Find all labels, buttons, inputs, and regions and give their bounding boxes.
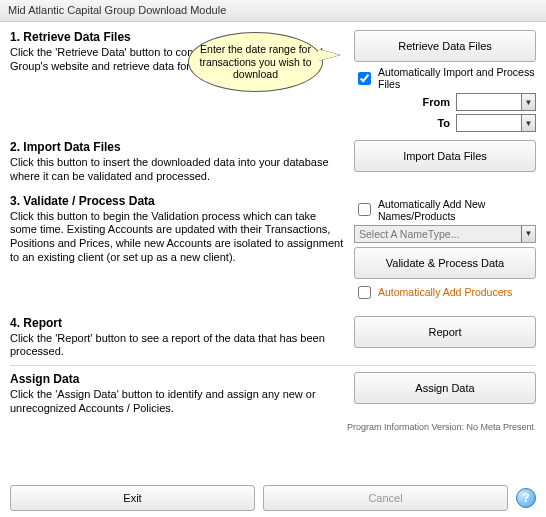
from-label: From [420, 96, 450, 108]
auto-import-checkbox[interactable] [358, 72, 371, 85]
separator [10, 365, 536, 366]
chevron-down-icon[interactable]: ▼ [521, 226, 535, 242]
to-date-input[interactable]: ▼ [456, 114, 536, 132]
nametype-placeholder: Select A NameType... [359, 228, 459, 240]
retrieve-button[interactable]: Retrieve Data Files [354, 30, 536, 62]
footer: Exit Cancel ? [10, 485, 536, 511]
section-report: 4. Report Click the 'Report' button to s… [10, 316, 536, 360]
to-label: To [420, 117, 450, 129]
assign-button[interactable]: Assign Data [354, 372, 536, 404]
date-range-callout: Enter the date range for transactions yo… [188, 32, 323, 92]
chevron-down-icon[interactable]: ▼ [521, 94, 535, 110]
section-import: 2. Import Data Files Click this button t… [10, 140, 536, 184]
section-retrieve: 1. Retrieve Data Files Click the 'Retrie… [10, 30, 536, 132]
cancel-button: Cancel [263, 485, 508, 511]
section-validate: 3. Validate / Process Data Click this bu… [10, 194, 536, 302]
section-assign: Assign Data Click the 'Assign Data' butt… [10, 372, 536, 416]
nametype-select[interactable]: Select A NameType... ▼ [354, 225, 536, 243]
auto-add-names-label: Automatically Add New Names/Products [378, 198, 536, 222]
validate-button[interactable]: Validate & Process Data [354, 247, 536, 279]
import-heading: 2. Import Data Files [10, 140, 344, 154]
report-heading: 4. Report [10, 316, 344, 330]
auto-import-label: Automatically Import and Process Files [378, 66, 536, 90]
auto-add-names-row[interactable]: Automatically Add New Names/Products [354, 198, 536, 222]
exit-button[interactable]: Exit [10, 485, 255, 511]
assign-desc: Click the 'Assign Data' button to identi… [10, 388, 344, 416]
from-date-input[interactable]: ▼ [456, 93, 536, 111]
window-title: Mid Atlantic Capital Group Download Modu… [8, 4, 226, 16]
auto-add-producers-checkbox[interactable] [358, 286, 371, 299]
import-desc: Click this button to insert the download… [10, 156, 344, 184]
auto-add-producers-row[interactable]: Automatically Add Producers [354, 283, 536, 302]
help-icon[interactable]: ? [516, 488, 536, 508]
validate-heading: 3. Validate / Process Data [10, 194, 344, 208]
auto-add-names-checkbox[interactable] [358, 203, 371, 216]
version-text: Program Information Version: No Meta Pre… [10, 422, 534, 432]
auto-add-producers-label: Automatically Add Producers [378, 286, 512, 298]
import-button[interactable]: Import Data Files [354, 140, 536, 172]
assign-heading: Assign Data [10, 372, 344, 386]
chevron-down-icon[interactable]: ▼ [521, 115, 535, 131]
auto-import-row[interactable]: Automatically Import and Process Files [354, 66, 536, 90]
window-titlebar: Mid Atlantic Capital Group Download Modu… [0, 0, 546, 22]
report-button[interactable]: Report [354, 316, 536, 348]
validate-desc: Click this button to begin the Validatio… [10, 210, 344, 265]
report-desc: Click the 'Report' button to see a repor… [10, 332, 344, 360]
